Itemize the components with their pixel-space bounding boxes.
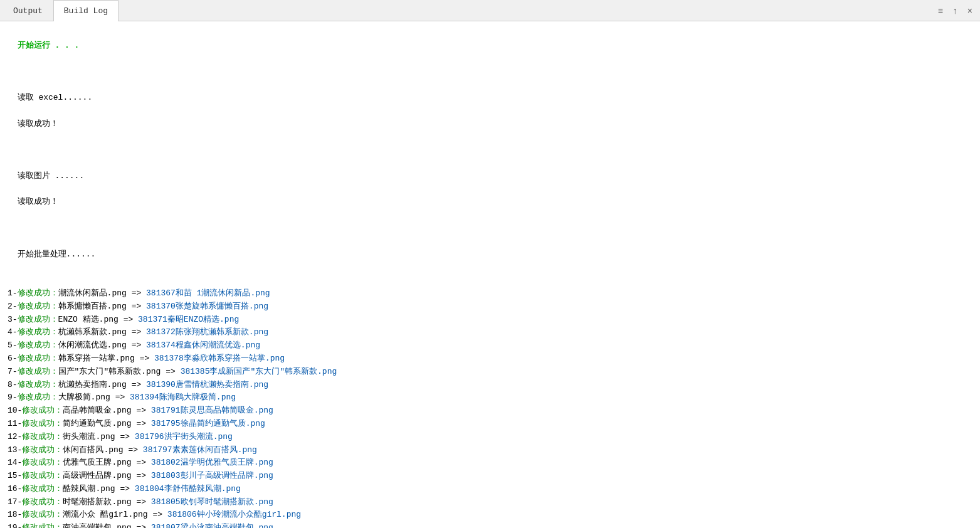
- item-status: 修改成功：: [18, 302, 58, 311]
- item-arrow: =>: [127, 380, 146, 389]
- item-new-name: 381791陈灵思高品韩简吸金.png: [151, 406, 273, 415]
- item-arrow: =>: [132, 406, 151, 415]
- item-old-name: 杭濑热卖指南.png: [58, 380, 127, 389]
- item-index: 10-: [8, 406, 22, 415]
- item-new-name: 381370张楚旋韩系慵懒百搭.png: [146, 302, 268, 311]
- menu-button[interactable]: ≡: [935, 4, 946, 17]
- log-item: 13-修改成功：休闲百搭风.png => 381797素素莲休闲百搭风.png: [8, 444, 972, 457]
- log-item: 17-修改成功：时髦潮搭新款.png => 381805欧钊琴时髦潮搭新款.pn…: [8, 496, 972, 509]
- item-index: 13-: [8, 445, 22, 455]
- item-new-name: 381378李淼欣韩系穿搭一站掌.png: [154, 354, 285, 363]
- item-status: 修改成功：: [22, 432, 63, 441]
- item-status: 修改成功：: [22, 406, 63, 415]
- item-index: 7-: [8, 367, 18, 376]
- item-status: 修改成功：: [18, 288, 58, 298]
- item-status: 修改成功：: [18, 380, 58, 389]
- read-excel-success: 读取成功！: [18, 119, 58, 129]
- item-index: 3-: [8, 315, 18, 324]
- item-index: 19-: [8, 523, 22, 528]
- item-arrow: =>: [127, 341, 146, 350]
- close-button[interactable]: ×: [965, 4, 975, 17]
- scroll-top-button[interactable]: ↑: [951, 4, 960, 17]
- item-status: 修改成功：: [22, 523, 63, 528]
- item-index: 9-: [8, 393, 18, 402]
- log-item: 14-修改成功：优雅气质王牌.png => 381802温学明优雅气质王牌.pn…: [8, 457, 972, 470]
- item-new-name: 381390唐雪情杭濑热卖指南.png: [146, 380, 268, 389]
- item-new-name: 381805欧钊琴时髦潮搭新款.png: [151, 497, 273, 507]
- item-arrow: =>: [132, 497, 151, 507]
- item-new-name: 381807梁小泳南油高端鞋包.png: [151, 523, 273, 528]
- item-new-name: 381804李舒伟酷辣风潮.png: [135, 484, 241, 494]
- item-new-name: 381796洪宇街头潮流.png: [135, 432, 233, 441]
- item-old-name: 高级调性品牌.png: [63, 471, 131, 480]
- item-new-name: 381367和苗 1潮流休闲新品.png: [146, 288, 270, 298]
- item-old-name: 南油高端鞋包.png: [63, 523, 131, 528]
- item-status: 修改成功：: [22, 497, 63, 507]
- item-index: 12-: [8, 432, 22, 441]
- item-status: 修改成功：: [22, 510, 63, 519]
- log-item: 15-修改成功：高级调性品牌.png => 381803彭川子高级调性品牌.pn…: [8, 470, 972, 483]
- item-index: 5-: [8, 341, 18, 350]
- item-index: 16-: [8, 484, 22, 494]
- log-item: 16-修改成功：酷辣风潮.png => 381804李舒伟酷辣风潮.png: [8, 483, 972, 496]
- tab-output[interactable]: Output: [3, 0, 53, 21]
- log-item: 6-修改成功：韩系穿搭一站掌.png => 381378李淼欣韩系穿搭一站掌.p…: [8, 352, 972, 366]
- item-old-name: 韩系穿搭一站掌.png: [58, 354, 135, 363]
- item-index: 8-: [8, 380, 18, 389]
- item-arrow: =>: [119, 315, 138, 324]
- item-status: 修改成功：: [22, 419, 63, 428]
- item-arrow: =>: [161, 367, 180, 376]
- item-old-name: 大牌极简.png: [58, 393, 110, 402]
- item-arrow: =>: [135, 354, 154, 363]
- item-old-name: 国产"东大门"韩系新款.png: [58, 367, 161, 376]
- item-status: 修改成功：: [22, 484, 63, 494]
- tab-buildlog[interactable]: Build Log: [53, 0, 119, 21]
- item-arrow: =>: [115, 484, 135, 494]
- item-status: 修改成功：: [22, 458, 63, 467]
- item-index: 14-: [8, 458, 22, 467]
- item-old-name: 时髦潮搭新款.png: [63, 497, 131, 507]
- item-new-name: 381374程鑫休闲潮流优选.png: [146, 341, 260, 350]
- item-index: 1-: [8, 288, 18, 298]
- log-content: 开始运行 . . . 读取 excel...... 读取成功！ 读取图片 ...…: [0, 21, 980, 528]
- item-new-name: 381371秦昭ENZO精选.png: [138, 315, 239, 324]
- item-arrow: =>: [127, 288, 146, 298]
- tab-actions: ≡ ↑ ×: [935, 4, 975, 17]
- item-status: 修改成功：: [18, 354, 58, 363]
- item-new-name: 381806钟小玲潮流小众酷girl.png: [167, 510, 301, 519]
- item-index: 2-: [8, 302, 18, 311]
- item-status: 修改成功：: [22, 445, 63, 455]
- item-status: 修改成功：: [18, 341, 58, 350]
- item-new-name: 381372陈张翔杭濑韩系新款.png: [146, 327, 268, 337]
- batch-start: 开始批量处理......: [18, 250, 96, 259]
- item-index: 6-: [8, 354, 18, 363]
- item-status: 修改成功：: [22, 471, 63, 480]
- item-arrow: =>: [132, 419, 151, 428]
- item-arrow: =>: [132, 471, 151, 480]
- item-old-name: 优雅气质王牌.png: [63, 458, 131, 467]
- item-new-name: 381385李成新国产"东大门"韩系新款.png: [181, 367, 337, 376]
- item-old-name: 简约通勤气质.png: [63, 419, 131, 428]
- log-item: 1-修改成功：潮流休闲新品.png => 381367和苗 1潮流休闲新品.pn…: [8, 287, 972, 300]
- item-status: 修改成功：: [18, 327, 58, 337]
- item-status: 修改成功：: [18, 315, 58, 324]
- log-item: 19-修改成功：南油高端鞋包.png => 381807梁小泳南油高端鞋包.pn…: [8, 522, 972, 528]
- item-index: 17-: [8, 497, 22, 507]
- item-arrow: =>: [115, 432, 135, 441]
- item-old-name: 韩系慵懒百搭.png: [58, 302, 127, 311]
- item-old-name: 潮流小众 酷girl.png: [63, 510, 147, 519]
- item-old-name: 杭濑韩系新款.png: [58, 327, 127, 337]
- item-new-name: 381797素素莲休闲百搭风.png: [143, 445, 257, 455]
- log-item: 12-修改成功：街头潮流.png => 381796洪宇街头潮流.png: [8, 431, 972, 444]
- item-arrow: =>: [127, 327, 146, 337]
- item-arrow: =>: [148, 510, 167, 519]
- item-old-name: 街头潮流.png: [63, 432, 115, 441]
- log-item: 7-修改成功：国产"东大门"韩系新款.png => 381385李成新国产"东大…: [8, 366, 972, 379]
- item-arrow: =>: [127, 302, 146, 311]
- item-status: 修改成功：: [18, 367, 58, 376]
- item-old-name: 休闲潮流优选.png: [58, 341, 127, 350]
- item-old-name: ENZO 精选.png: [58, 315, 119, 324]
- item-new-name: 381394陈海鸥大牌极简.png: [130, 393, 236, 402]
- log-item: 5-修改成功：休闲潮流优选.png => 381374程鑫休闲潮流优选.png: [8, 339, 972, 352]
- item-index: 11-: [8, 419, 22, 428]
